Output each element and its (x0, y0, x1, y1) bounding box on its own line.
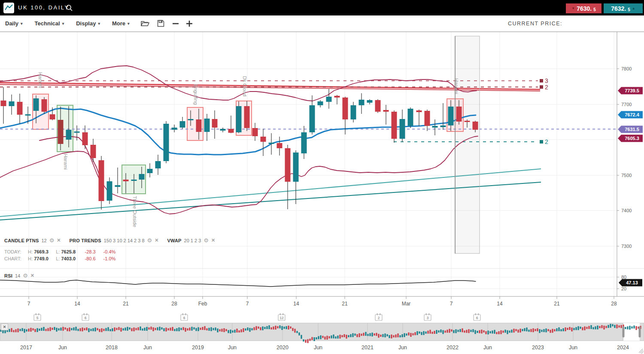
vwap-remove-icon[interactable]: ✕ (211, 238, 215, 243)
navigator-mini-bar (382, 334, 383, 337)
candle-body (204, 119, 210, 132)
candle-patterns-settings-icon[interactable]: ⚙ (49, 238, 55, 243)
candle-body (425, 111, 430, 126)
navigator-selection-handle[interactable] (639, 327, 641, 338)
today-change-value: -28.3 (85, 249, 102, 254)
resize-handle (639, 349, 643, 353)
navigator-mini-bar (165, 328, 167, 332)
navigator-mini-bar (434, 331, 435, 334)
navigator-mini-bar (401, 334, 403, 337)
navigator-mini-bar (270, 327, 272, 330)
candle-body (318, 101, 323, 105)
navigator-mini-bar (260, 327, 261, 330)
navigator-mini-bar (243, 328, 244, 332)
pattern-label: Engulfing (193, 84, 198, 105)
navigator-timeline-label: 2017 (20, 345, 32, 351)
navigator-mini-bar (616, 324, 617, 328)
navigator-mini-bar (341, 335, 343, 337)
navigator-track[interactable] (0, 323, 644, 341)
calendar-event-count: 6 (476, 316, 478, 320)
navigator-mini-bar (365, 332, 366, 336)
navigator-mini-bar (135, 328, 137, 330)
navigator-mini-bar (247, 327, 248, 330)
navigator-mini-bar (419, 332, 420, 334)
navigator-mini-bar (24, 329, 25, 333)
navigator-mini-bar (97, 328, 98, 330)
navigator-mini-bar (266, 326, 267, 329)
navigator-close-icon[interactable]: ✕ (1, 323, 8, 330)
navigator-mini-bar (221, 329, 222, 332)
navigator-mini-bar (614, 325, 615, 328)
navigator-mini-bar (331, 336, 332, 339)
rsi-legend-row: RSI 14 ⚙ ✕ (4, 273, 34, 278)
navigator-mini-bar (449, 329, 450, 333)
navigator-mini-bar (635, 326, 637, 330)
navigator-timeline-label: Jun (143, 345, 152, 351)
x-axis-label: 7 (246, 301, 249, 307)
candle-body (343, 98, 348, 119)
candle-body (400, 119, 405, 139)
candle-body (1, 101, 6, 106)
vwap-settings-icon[interactable]: ⚙ (204, 238, 209, 243)
price-axis-label: 7300 (621, 244, 632, 249)
candle-body (456, 107, 462, 122)
candle-patterns-remove-icon[interactable]: ✕ (57, 238, 61, 243)
pro-trends-settings-icon[interactable]: ⚙ (147, 238, 152, 243)
rsi-axis-label: 20 (621, 286, 626, 291)
navigator-mini-bar (21, 328, 23, 331)
candle-body (91, 145, 96, 158)
candle-body (180, 121, 185, 128)
navigator-mini-bar (120, 328, 122, 332)
navigator-mini-bar (32, 328, 33, 330)
navigator-mini-bar (442, 330, 444, 334)
candle-body (293, 153, 299, 182)
navigator-mini-bar (146, 327, 147, 331)
navigator-mini-bar (208, 328, 210, 331)
navigator-mini-bar (71, 328, 72, 330)
navigator-mini-bar (530, 329, 532, 332)
navigator-mini-bar (605, 326, 607, 328)
candle-body (326, 97, 332, 102)
navigator-mini-bar (492, 330, 493, 333)
navigator-mini-bar (144, 328, 145, 331)
rsi-params: 14 (15, 273, 20, 278)
highlight-region[interactable] (455, 36, 480, 253)
candle-body (58, 120, 64, 144)
pro-trends-remove-icon[interactable]: ✕ (155, 238, 158, 243)
candle-body (212, 119, 218, 128)
today-low-label: L: (56, 249, 60, 254)
navigator-mini-bar (494, 330, 495, 334)
navigator-mini-bar (423, 331, 424, 335)
navigator-selection-handle[interactable] (623, 327, 625, 338)
navigator-mini-bar (28, 329, 29, 332)
candle-body (301, 132, 307, 153)
navigator-mini-bar (322, 336, 323, 338)
pro-trends-indicator-label: PRO TRENDS (70, 238, 101, 243)
navigator-mini-bar (507, 330, 508, 334)
candle-body (236, 106, 242, 132)
navigator-mini-bar (532, 328, 534, 332)
navigator-mini-bar (374, 333, 375, 336)
navigator-mini-bar (240, 329, 242, 332)
navigator-mini-bar (569, 327, 570, 330)
rsi-remove-icon[interactable]: ✕ (30, 273, 34, 278)
navigator-mini-bar (522, 329, 523, 331)
navigator-mini-bar (125, 328, 126, 331)
level-marker-square (540, 140, 543, 143)
navigator-selection[interactable] (623, 323, 640, 341)
navigator-mini-bar (69, 327, 70, 331)
rsi-axis-label: 80 (621, 275, 626, 280)
rsi-settings-icon[interactable]: ⚙ (23, 273, 28, 278)
main-chart[interactable]: 322HaramiHaramiThree OutsideEngulfingDk … (0, 0, 644, 354)
x-axis-label: 14 (293, 301, 299, 307)
navigator-mini-bar (288, 326, 289, 330)
navigator-mini-bar (17, 328, 18, 332)
navigator-mini-bar (369, 333, 371, 336)
calendar-event-icon-tab (478, 314, 479, 315)
navigator-mini-bar (629, 326, 630, 330)
navigator-mini-bar (586, 327, 587, 329)
navigator-mini-bar (477, 331, 478, 333)
navigator-mini-bar (567, 328, 568, 330)
vwap-indicator-label: VWAP (167, 238, 181, 243)
x-axis-label: 14 (497, 301, 503, 307)
